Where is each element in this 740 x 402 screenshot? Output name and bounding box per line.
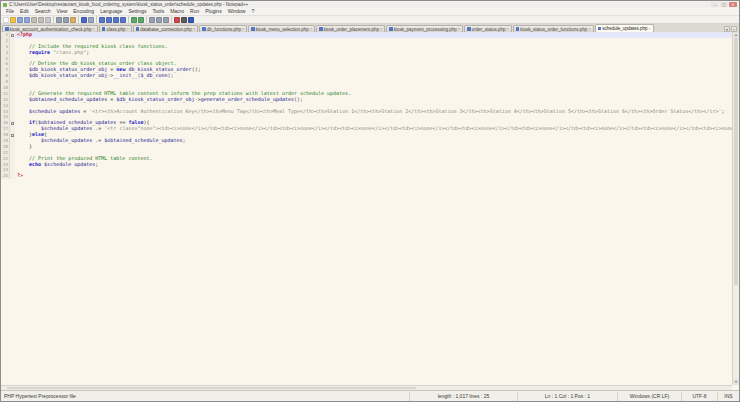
replace-icon[interactable] — [106, 17, 112, 23]
tab-close-icon[interactable]: × — [242, 27, 244, 31]
macro-stop-icon[interactable] — [181, 17, 187, 23]
notepadpp-window: C:\Users\User\Desktop\restaurant_kiosk_f… — [0, 0, 740, 402]
status-insert-mode: INS — [717, 392, 739, 401]
menu-item-edit[interactable]: Edit — [17, 8, 32, 15]
redo-icon[interactable] — [88, 17, 94, 23]
tab-db_functions.php[interactable]: db_functions.php× — [199, 25, 247, 32]
tab-label: kiosk_order_placement.php — [324, 27, 379, 32]
tab-schedule_updates.php[interactable]: schedule_updates.php× — [595, 24, 654, 32]
code-editor[interactable]: 1-<?php23 // Include the required kiosk … — [1, 32, 732, 385]
tab-bar: kiosk_account_authentication_check.php×c… — [1, 24, 739, 32]
tab-close-icon[interactable]: × — [649, 27, 651, 31]
status-length-lines: length : 1,017 lines : 25 — [409, 392, 517, 401]
sync-horizontal-icon[interactable] — [138, 17, 144, 23]
print-icon[interactable] — [45, 17, 51, 23]
menu-bar: FileEditSearchViewEncodingLanguageSettin… — [1, 8, 739, 15]
saved-file-icon — [102, 27, 106, 31]
menu-item-language[interactable]: Language — [97, 8, 125, 15]
macro-play-icon[interactable] — [188, 17, 194, 23]
menu-item-encoding[interactable]: Encoding — [70, 8, 97, 15]
scroll-down-arrow-icon[interactable]: ▼ — [733, 379, 739, 385]
vertical-scrollbar[interactable]: ▲ ▼ — [732, 32, 739, 385]
menu-item-search[interactable]: Search — [32, 8, 54, 15]
minimize-button[interactable]: – — [711, 2, 719, 7]
fold-collapse-icon[interactable]: - — [11, 34, 14, 37]
fold-collapse-icon[interactable]: - — [11, 122, 14, 125]
saved-file-icon — [598, 27, 602, 31]
open-folder-icon[interactable] — [10, 17, 16, 23]
menu-item-view[interactable]: View — [54, 8, 71, 15]
tab-close-icon[interactable]: × — [380, 27, 382, 31]
tab-kiosk_menu_selection.php[interactable]: kiosk_menu_selection.php× — [248, 25, 315, 32]
tab-kiosk_order_placement.php[interactable]: kiosk_order_placement.php× — [316, 25, 385, 32]
saved-file-icon — [251, 27, 255, 31]
vertical-scroll-thumb[interactable] — [734, 38, 738, 285]
tab-label: class.php — [106, 27, 125, 32]
toolbar-separator — [128, 16, 129, 23]
tab-class.php[interactable]: class.php× — [99, 25, 132, 32]
menu-item-macro[interactable]: Macro — [167, 8, 187, 15]
window-title: C:\Users\User\Desktop\restaurant_kiosk_f… — [9, 2, 709, 7]
tab-close-icon[interactable]: × — [310, 27, 312, 31]
menu-item-plugins[interactable]: Plugins — [202, 8, 224, 15]
tab-label: schedule_updates.php — [602, 26, 647, 31]
maximize-button[interactable]: ▢ — [720, 2, 728, 7]
title-bar: C:\Users\User\Desktop\restaurant_kiosk_f… — [1, 1, 739, 8]
tab-database_connection.php[interactable]: database_connection.php× — [133, 25, 198, 32]
notepadpp-app-icon — [3, 3, 7, 7]
tab-label: db_functions.php — [207, 27, 241, 32]
status-cursor-position: Ln : 1 Col : 1 Pos : 1 — [517, 392, 617, 401]
saved-file-icon — [319, 27, 323, 31]
close-icon[interactable] — [31, 17, 37, 23]
toolbar-separator — [171, 16, 172, 23]
horizontal-scroll-thumb[interactable] — [7, 387, 416, 389]
fold-margin — [10, 173, 15, 179]
indent-guide-icon[interactable] — [163, 17, 169, 23]
save-all-icon[interactable] — [24, 17, 30, 23]
status-bar: PHP Hypertext Preprocessor file length :… — [1, 390, 739, 401]
word-wrap-icon[interactable] — [149, 17, 155, 23]
show-all-chars-icon[interactable] — [156, 17, 162, 23]
save-icon[interactable] — [17, 17, 23, 23]
menu-item-help[interactable]: ? — [248, 8, 257, 15]
line-number: 25 — [1, 173, 10, 179]
tab-kiosk_account_authentication_check.php[interactable]: kiosk_account_authentication_check.php× — [2, 25, 98, 32]
tab-label: order_status.php — [472, 27, 506, 32]
tab-close-icon[interactable]: × — [506, 27, 508, 31]
saved-file-icon — [202, 27, 206, 31]
tab-close-icon[interactable]: × — [126, 27, 128, 31]
tab-kiosk_payment_processing.php[interactable]: kiosk_payment_processing.php× — [386, 25, 463, 32]
close-all-icon[interactable] — [38, 17, 44, 23]
menu-item-window[interactable]: Window — [225, 8, 249, 15]
tab-kiosk_status_order_functions.php[interactable]: kiosk_status_order_functions.php× — [513, 25, 594, 32]
sync-vertical-icon[interactable] — [131, 17, 137, 23]
code-text: ?> — [15, 173, 732, 179]
menu-item-tools[interactable]: Tools — [149, 8, 167, 15]
paste-icon[interactable] — [70, 17, 76, 23]
tab-label: kiosk_account_authentication_check.php — [10, 27, 92, 32]
find-icon[interactable] — [99, 17, 105, 23]
zoom-out-icon[interactable] — [120, 17, 126, 23]
tab-close-icon[interactable]: × — [458, 27, 460, 31]
menu-item-run[interactable]: Run — [187, 8, 202, 15]
cut-icon[interactable] — [56, 17, 62, 23]
menu-item-file[interactable]: File — [3, 8, 17, 15]
status-eol-format: Windows (CR LF) — [617, 392, 681, 401]
fold-collapse-icon[interactable]: - — [11, 134, 14, 137]
saved-file-icon — [389, 27, 393, 31]
close-window-button[interactable]: ✕ — [729, 2, 737, 7]
zoom-in-icon[interactable] — [113, 17, 119, 23]
tab-close-icon[interactable]: × — [93, 27, 95, 31]
tab-close-icon[interactable]: × — [193, 27, 195, 31]
toolbar-separator — [53, 16, 54, 23]
toolbar-separator — [78, 16, 79, 23]
tab-label: kiosk_status_order_functions.php — [520, 27, 587, 32]
copy-icon[interactable] — [63, 17, 69, 23]
undo-icon[interactable] — [81, 17, 87, 23]
tab-close-icon[interactable]: × — [588, 27, 590, 31]
new-file-icon[interactable] — [3, 17, 9, 23]
toolbar-separator — [146, 16, 147, 23]
macro-record-icon[interactable] — [174, 17, 180, 23]
tab-order_status.php[interactable]: order_status.php× — [464, 25, 512, 32]
menu-item-settings[interactable]: Settings — [125, 8, 149, 15]
